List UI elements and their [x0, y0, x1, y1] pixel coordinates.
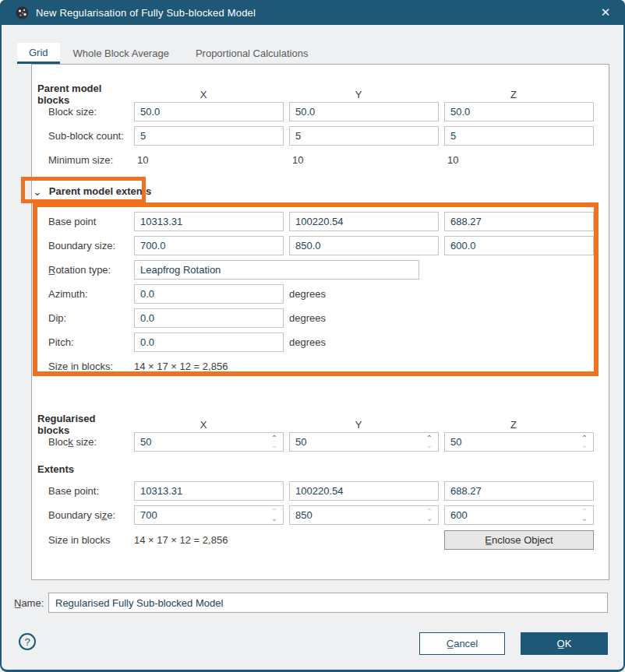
window-title: New Regularisation of Fully Sub-blocked … — [36, 7, 595, 19]
parent-block-size-row: Block size: — [48, 102, 609, 121]
dip-unit: degrees — [289, 312, 326, 324]
parent-block-size-x-input[interactable] — [134, 102, 284, 121]
axis-x-label-2: X — [129, 419, 278, 431]
enclose-object-button[interactable]: E̲nclose Object — [444, 530, 594, 550]
extents-boundary-size-y-input[interactable] — [289, 505, 439, 525]
parent-size-in-blocks-label: Size in blocks: — [48, 361, 129, 372]
extents-boundary-size-row: Boundary siz̲e: ⌃⌄ ⌃⌄ ⌃⌄ — [48, 505, 609, 525]
spinner-down-icon[interactable]: ⌄ — [270, 515, 278, 522]
parent-base-point-x-input[interactable] — [134, 212, 284, 231]
tab-bar: Grid Whole Block Average Proportional Ca… — [17, 43, 321, 64]
parent-block-size-z-input[interactable] — [444, 102, 594, 121]
azimuth-row: Azimuth: degrees — [48, 284, 609, 304]
extents-base-point-row: Base point: — [48, 481, 609, 501]
pitch-unit: degrees — [289, 336, 326, 348]
extents-base-point-y-input[interactable] — [289, 481, 439, 501]
minimum-size-z-value: 10 — [444, 154, 594, 166]
extents-size-in-blocks-value: 14 × 17 × 12 = 2,856 — [134, 534, 439, 546]
parent-size-in-blocks-row: Size in blocks: 14 × 17 × 12 = 2,856 — [48, 360, 609, 372]
extents-boundary-size-label: Boundary siz̲e: — [48, 509, 129, 521]
tab-grid[interactable]: Grid — [17, 43, 60, 64]
spinner-down-icon[interactable]: ⌄ — [581, 515, 588, 522]
extents-size-in-blocks-row: Size in blocks 14 × 17 × 12 = 2,856 E̲nc… — [48, 530, 609, 550]
sub-block-count-z-input[interactable] — [444, 126, 594, 146]
regularised-block-size-row: Block̲ size: ⌃⌄ ⌃⌄ ⌃⌄ — [48, 432, 609, 452]
grid-tab-panel: Parent model blocks X Y Z Block size: Su… — [31, 64, 609, 580]
sub-block-count-y-input[interactable] — [289, 126, 439, 146]
rotation-type-row: R̲otation type: — [48, 260, 609, 280]
regularised-block-size-z-input[interactable] — [444, 432, 594, 452]
parent-block-size-y-input[interactable] — [289, 102, 439, 121]
axis-x-label: X — [129, 89, 278, 100]
pitch-label: Pitch: — [48, 336, 129, 348]
extents-title: Extents — [37, 463, 609, 476]
parent-base-point-label: Base point — [48, 216, 129, 227]
rotation-type-input[interactable] — [134, 260, 419, 280]
dip-label: Dip: — [48, 312, 129, 324]
spinner-down-icon[interactable]: ⌄ — [425, 442, 433, 449]
pitch-input[interactable] — [134, 332, 284, 352]
axis-y-label-2: Y — [284, 419, 433, 431]
parent-boundary-size-x-input[interactable] — [134, 236, 284, 255]
parent-boundary-size-row: Boundary size: — [48, 236, 609, 255]
tab-whole-block-average[interactable]: Whole Block Average — [60, 43, 182, 64]
parent-boundary-size-z-input[interactable] — [444, 236, 594, 255]
extents-boundary-size-x-input[interactable] — [134, 505, 284, 525]
parent-boundary-size-label: Boundary size: — [48, 240, 129, 252]
spinner-down-icon[interactable]: ⌄ — [581, 442, 588, 449]
extents-base-point-label: Base point: — [48, 485, 129, 497]
axis-z-label-2: Z — [439, 419, 588, 431]
name-input[interactable] — [48, 593, 608, 613]
tab-proportional-calculations[interactable]: Proportional Calculations — [182, 43, 322, 64]
close-icon[interactable]: ✕ — [595, 2, 616, 23]
name-label: N̲ame: — [14, 597, 44, 609]
parent-blocks-header-row: Parent model blocks X Y Z — [37, 83, 609, 97]
extents-size-in-blocks-label: Size in blocks — [48, 534, 129, 546]
extents-base-point-x-input[interactable] — [134, 481, 284, 501]
regularised-blocks-title: Regularised blocks — [37, 413, 123, 436]
sub-block-count-row: Sub-block count: — [48, 126, 609, 146]
parent-blocks-title: Parent model blocks — [37, 83, 123, 106]
name-row: N̲ame: — [0, 593, 625, 613]
dip-input[interactable] — [134, 308, 284, 328]
parent-block-size-label: Block size: — [48, 106, 129, 118]
parent-base-point-z-input[interactable] — [444, 212, 594, 231]
regularised-block-size-y-input[interactable] — [289, 432, 439, 452]
regularised-block-size-label: Block̲ size: — [48, 436, 129, 448]
question-mark-icon: ? — [24, 636, 30, 648]
titlebar[interactable]: New Regularisation of Fully Sub-blocked … — [0, 0, 625, 25]
minimum-size-x-value: 10 — [134, 154, 284, 166]
axis-z-label: Z — [439, 89, 588, 100]
axis-y-label: Y — [284, 89, 433, 100]
parent-extents-title: Parent model extents — [49, 185, 152, 197]
extents-base-point-z-input[interactable] — [444, 481, 594, 501]
regularised-blocks-header-row: Regularised blocks X Y Z — [37, 413, 609, 427]
sub-block-count-label: Sub-block count: — [48, 130, 129, 142]
parent-extents-header[interactable]: ⌄ Parent model extents — [33, 185, 609, 198]
minimum-size-row: Minimum size: 10 10 10 — [48, 153, 609, 166]
parent-size-in-blocks-value: 14 × 17 × 12 = 2,856 — [134, 361, 594, 372]
minimum-size-y-value: 10 — [289, 154, 439, 166]
ok-button[interactable]: O̲K — [521, 632, 608, 655]
cancel-button[interactable]: C̲ancel — [419, 632, 505, 655]
spinner-down-icon[interactable]: ⌄ — [270, 442, 278, 449]
rotation-type-label: R̲otation type: — [48, 264, 129, 276]
parent-base-point-y-input[interactable] — [289, 212, 439, 231]
azimuth-input[interactable] — [134, 284, 284, 304]
app-icon — [16, 6, 29, 19]
pitch-row: Pitch: degrees — [48, 332, 609, 352]
dip-row: Dip: degrees — [48, 308, 609, 328]
chevron-down-icon[interactable]: ⌄ — [33, 186, 42, 197]
help-button[interactable]: ? — [19, 633, 36, 650]
extents-boundary-size-z-input[interactable] — [444, 505, 594, 525]
parent-base-point-row: Base point — [48, 212, 609, 231]
regularised-block-size-x-input[interactable] — [134, 432, 284, 452]
parent-boundary-size-y-input[interactable] — [289, 236, 439, 255]
azimuth-unit: degrees — [289, 288, 326, 300]
azimuth-label: Azimuth: — [48, 288, 129, 300]
spinner-down-icon[interactable]: ⌄ — [425, 515, 433, 522]
sub-block-count-x-input[interactable] — [134, 126, 284, 146]
minimum-size-label: Minimum size: — [48, 154, 129, 166]
